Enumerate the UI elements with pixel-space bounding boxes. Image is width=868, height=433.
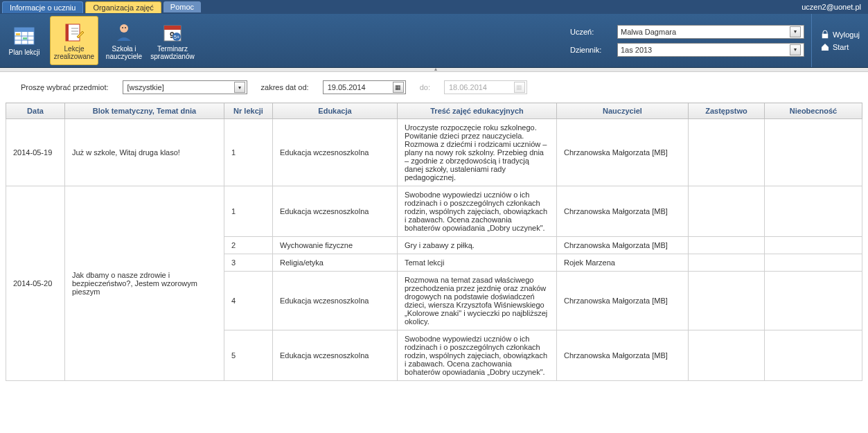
svg-point-14 [122, 27, 123, 28]
date-from-label: zakres dat od: [261, 83, 309, 91]
ribbon-label: Szkoła i nauczyciele [101, 45, 147, 60]
tab-organizacja[interactable]: Organizacja zajęć [85, 1, 161, 13]
date-to-input: 18.06.2014 ▦ [444, 80, 527, 94]
cell-data: 2014-05-19 [6, 119, 65, 186]
cell-nauczyciel: Chrzanowska Małgorzata [MB] [557, 272, 689, 330]
cell-zastepstwo [689, 237, 765, 254]
uczen-value: Malwa Dagmara [621, 28, 676, 36]
ribbon-szkola[interactable]: Szkoła i nauczyciele [100, 14, 148, 67]
cell-nieobecnosc [765, 254, 862, 272]
chevron-down-icon: ▾ [790, 26, 801, 37]
cell-data: 2014-05-20 [6, 186, 65, 381]
ribbon-terminarz[interactable]: 95+ Terminarz sprawdzianów [148, 14, 197, 67]
cell-zastepstwo [689, 254, 765, 272]
ribbon-label: Lekcje zrealizowane [52, 45, 96, 60]
notebook-pencil-icon [63, 21, 85, 44]
cell-nieobecnosc [765, 119, 862, 186]
cell-nr: 4 [224, 272, 273, 330]
cell-tresc: Gry i zabawy z piłką. [398, 237, 557, 254]
cell-nauczyciel: Chrzanowska Małgorzata [MB] [557, 330, 689, 381]
ribbon-label: Terminarz sprawdzianów [150, 45, 195, 60]
cell-zastepstwo [689, 119, 765, 186]
th-tresc[interactable]: Treść zajęć edukacyjnych [398, 103, 557, 119]
tab-pomoc[interactable]: Pomoc [163, 1, 201, 12]
date-from-input[interactable]: 19.05.2014 ▦ [323, 80, 406, 94]
cell-nr: 3 [224, 254, 273, 272]
th-nr[interactable]: Nr lekcji [224, 103, 273, 119]
calendar-icon: ▦ [514, 82, 525, 93]
date-to-value: 18.06.2014 [449, 83, 487, 91]
svg-rect-9 [66, 24, 69, 41]
chevron-down-icon: ▾ [790, 44, 801, 55]
cell-nauczyciel: Chrzanowska Małgorzata [MB] [557, 186, 689, 237]
uczen-label: Uczeń: [570, 28, 612, 36]
th-data[interactable]: Data [6, 103, 65, 119]
cell-edukacja: Wychowanie fizyczne [273, 237, 398, 254]
subject-select[interactable]: [wszystkie] ▾ [123, 80, 247, 94]
cell-tresc: Swobodne wypowiedzi uczniów o ich rodzin… [398, 186, 557, 237]
dziennik-label: Dziennik: [570, 46, 612, 54]
date-from-value: 19.05.2014 [328, 83, 366, 91]
calendar-grid-icon [13, 25, 35, 47]
start-link[interactable]: Start [820, 42, 860, 52]
lessons-table: Data Blok tematyczny, Temat dnia Nr lekc… [6, 103, 862, 381]
cell-edukacja: Edukacja wczesnoszkolna [273, 330, 398, 381]
ribbon-label: Plan lekcji [8, 48, 39, 56]
table-row[interactable]: 2014-05-19Już w szkole, Witaj druga klas… [6, 119, 862, 186]
cell-nieobecnosc [765, 272, 862, 330]
cell-nr: 1 [224, 119, 273, 186]
splitter-handle[interactable] [0, 68, 868, 72]
logout-label: Wyloguj [833, 30, 860, 39]
cell-nauczyciel: Chrzanowska Małgorzata [MB] [557, 119, 689, 186]
cell-nauczyciel: Chrzanowska Małgorzata [MB] [557, 237, 689, 254]
subject-label: Proszę wybrać przedmiot: [21, 83, 109, 91]
cell-nr: 1 [224, 186, 273, 237]
filter-bar: Proszę wybrać przedmiot: [wszystkie] ▾ z… [0, 72, 868, 103]
ribbon-plan-lekcji[interactable]: Plan lekcji [0, 14, 48, 67]
subject-value: [wszystkie] [127, 83, 164, 91]
start-label: Start [833, 43, 849, 51]
cell-tresc: Rozmowa na temat zasad właściwego przech… [398, 272, 557, 330]
date-to-label: do: [420, 83, 430, 91]
cell-blok: Już w szkole, Witaj druga klaso! [65, 119, 224, 186]
cell-nr: 2 [224, 237, 273, 254]
cell-nieobecnosc [765, 186, 862, 237]
calendar-icon[interactable]: ▦ [393, 82, 404, 93]
cell-tresc: Uroczyste rozpoczęcie roku szkolnego. Po… [398, 119, 557, 186]
cell-tresc: Temat lekcji [398, 254, 557, 272]
tab-info[interactable]: Informacje o uczniu [2, 1, 83, 13]
cell-edukacja: Edukacja wczesnoszkolna [273, 186, 398, 237]
ribbon: Plan lekcji Lekcje zrealizowane Szkoła i… [0, 14, 868, 68]
cell-nauczyciel: Rojek Marzena [557, 254, 689, 272]
svg-rect-6 [16, 33, 20, 35]
cell-zastepstwo [689, 330, 765, 381]
th-blok[interactable]: Blok tematyczny, Temat dnia [65, 103, 224, 119]
uczen-select[interactable]: Malwa Dagmara ▾ [617, 25, 804, 39]
user-email: uczen2@uonet.pl [801, 3, 868, 11]
home-icon [820, 42, 830, 52]
cell-edukacja: Religia/etyka [273, 254, 398, 272]
svg-rect-1 [15, 28, 34, 32]
svg-point-13 [120, 24, 128, 33]
dziennik-value: 1as 2013 [621, 46, 652, 54]
lock-icon [820, 30, 830, 39]
th-edukacja[interactable]: Edukacja [273, 103, 398, 119]
cell-nr: 5 [224, 330, 273, 381]
top-tab-bar: Informacje o uczniu Organizacja zajęć Po… [0, 0, 868, 14]
dziennik-select[interactable]: 1as 2013 ▾ [617, 43, 804, 57]
logout-link[interactable]: Wyloguj [820, 30, 860, 39]
cell-edukacja: Edukacja wczesnoszkolna [273, 119, 398, 186]
svg-text:5+: 5+ [174, 35, 179, 39]
th-nieobecnosc[interactable]: Nieobecność [765, 103, 862, 119]
cell-nieobecnosc [765, 237, 862, 254]
cell-edukacja: Edukacja wczesnoszkolna [273, 272, 398, 330]
cell-tresc: Swobodne wypowiedzi uczniów o ich rodzin… [398, 330, 557, 381]
ribbon-lekcje-zrealizowane[interactable]: Lekcje zrealizowane [50, 16, 98, 65]
svg-rect-21 [822, 34, 828, 38]
table-row[interactable]: 2014-05-20Jak dbamy o nasze zdrowie i be… [6, 186, 862, 237]
th-zastepstwo[interactable]: Zastępstwo [689, 103, 765, 119]
cell-zastepstwo [689, 272, 765, 330]
cell-zastepstwo [689, 186, 765, 237]
th-nauczyciel[interactable]: Nauczyciel [557, 103, 689, 119]
chevron-down-icon: ▾ [234, 82, 245, 93]
